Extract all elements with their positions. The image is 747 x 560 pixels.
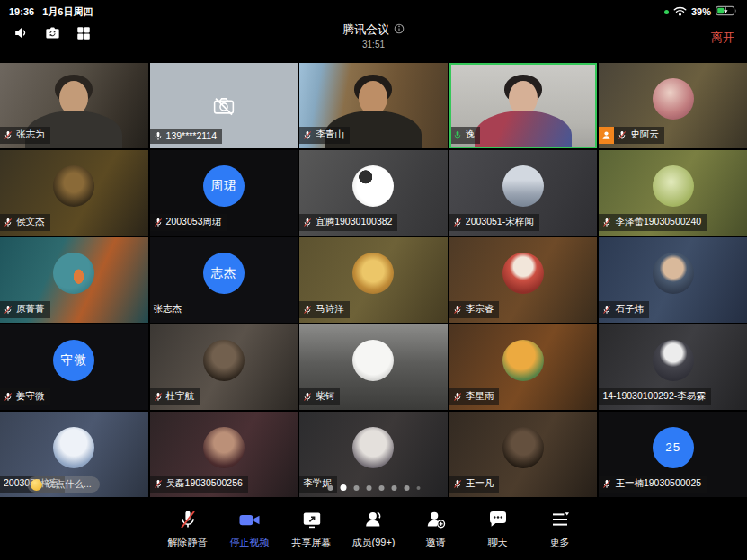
battery-percent: 39% — [691, 6, 711, 17]
smiley-emoji-icon — [31, 479, 42, 491]
chat-quick-bubble-text: 说点什么... — [46, 478, 92, 491]
participant-name-tag-body: 2003053周珺 — [150, 214, 227, 231]
avatar — [53, 427, 94, 468]
participant-tile[interactable]: 石子炜 — [599, 237, 747, 323]
participant-name: 张志为 — [16, 129, 45, 141]
mic-status-icon — [154, 479, 163, 489]
meeting-app-window: 19:36 1月6日周四 39% — [0, 0, 747, 560]
participant-name: 李泽蕾19030500240 — [615, 216, 701, 228]
leave-meeting-button[interactable]: 离开 — [711, 30, 734, 46]
members-button[interactable]: 成员(99+) — [352, 508, 396, 560]
mic-status-icon — [453, 130, 462, 140]
tool-label: 聊天 — [488, 536, 508, 549]
participant-tile[interactable]: 李宗睿 — [449, 237, 598, 323]
members-icon — [363, 508, 385, 531]
participant-tile[interactable]: 杜宇航 — [150, 324, 298, 410]
mic-status-icon — [602, 218, 611, 227]
avatar — [352, 165, 394, 207]
participant-tile[interactable]: 志杰张志杰 — [150, 237, 298, 323]
share-screen-icon — [301, 508, 323, 531]
speaker-button[interactable] — [13, 24, 30, 41]
participant-name-tag-body: 王一楠19030500025 — [599, 476, 707, 493]
participant-name-tag-body: 139****2114 — [150, 129, 222, 144]
meeting-timer: 31:51 — [0, 40, 747, 49]
participant-tile[interactable]: 李星雨 — [449, 324, 598, 410]
participant-name-tag-body: 李青山 — [299, 127, 350, 144]
participant-tile[interactable]: 史阿云 — [599, 63, 747, 148]
participant-tile[interactable]: 2003051-宋梓闻 — [449, 150, 598, 236]
mic-status-icon — [618, 130, 627, 140]
page-dot[interactable] — [327, 485, 333, 491]
avatar — [653, 165, 694, 207]
share-screen-button[interactable]: 共享屏幕 — [290, 508, 333, 560]
participant-tile[interactable]: 吴磊19030500256 — [150, 412, 298, 497]
participant-tile[interactable]: 守微姜守微 — [0, 324, 148, 410]
avatar — [53, 253, 94, 294]
participant-name: 吴磊19030500256 — [166, 477, 243, 490]
page-dot[interactable] — [366, 485, 371, 491]
participant-tile[interactable]: 2003053梓宣说点什么... — [0, 412, 148, 497]
participant-tile[interactable]: 139****2114 — [150, 63, 298, 148]
chat-quick-bubble[interactable]: 说点什么... — [27, 476, 100, 493]
layout-grid-button[interactable] — [76, 25, 92, 41]
participant-name-tag-body: 侯文杰 — [0, 214, 50, 231]
participant-name-tag: 2003053周珺 — [150, 214, 227, 231]
participant-name: 柴钶 — [316, 390, 334, 403]
page-dot[interactable] — [404, 485, 409, 491]
avatar: 志杰 — [203, 253, 245, 294]
participant-name: 宜腾19030100382 — [316, 216, 392, 228]
avatar — [502, 253, 544, 294]
participant-tile[interactable]: 逸 — [449, 63, 598, 148]
mic-status-icon — [303, 130, 312, 140]
participant-tile[interactable]: 25王一楠19030500025 — [599, 412, 747, 497]
participant-name-tag-body: 柴钶 — [299, 388, 340, 405]
page-dot[interactable] — [416, 486, 420, 490]
mic-status-icon — [4, 218, 13, 227]
camera-off-icon — [211, 93, 236, 118]
mic-status-icon — [154, 392, 163, 402]
page-indicator[interactable] — [327, 484, 420, 491]
participant-name-tag: 吴磊19030500256 — [150, 476, 248, 493]
participant-tile[interactable]: 周珺2003053周珺 — [150, 150, 298, 236]
invite-icon — [425, 508, 447, 531]
page-dot[interactable] — [378, 485, 384, 491]
tool-label: 更多 — [550, 536, 570, 549]
camera-flip-button[interactable] — [44, 24, 61, 41]
participant-tile[interactable]: 柴钶 — [299, 324, 448, 410]
tool-label: 邀请 — [426, 536, 446, 549]
participant-name: 史阿云 — [630, 129, 659, 141]
participant-tile[interactable]: 宜腾19030100382 — [299, 150, 448, 236]
unmute-button[interactable]: 解除静音 — [166, 508, 209, 560]
participant-name-tag-body: 王一凡 — [449, 476, 500, 493]
participant-name: 侯文杰 — [16, 216, 45, 228]
participant-name-tag: 原菁菁 — [0, 301, 50, 318]
page-dot[interactable] — [340, 484, 346, 491]
participant-tile[interactable]: 原菁菁 — [0, 237, 148, 323]
participant-tile[interactable]: 李青山 — [299, 63, 448, 148]
participant-tile[interactable]: 张志为 — [0, 63, 148, 148]
avatar — [653, 78, 694, 120]
more-button[interactable]: 更多 — [538, 508, 582, 560]
chat-icon — [487, 508, 509, 531]
participant-name: 2003051-宋梓闻 — [466, 216, 534, 228]
participant-name-tag-body: 石子炜 — [599, 301, 649, 318]
participant-name-tag: 张志为 — [0, 127, 50, 144]
chat-button[interactable]: 聊天 — [476, 508, 520, 560]
page-dot[interactable] — [353, 485, 359, 491]
participant-name: 张志杰 — [154, 303, 182, 316]
stop-video-button[interactable]: 停止视频 — [228, 508, 271, 560]
participant-tile[interactable]: 李泽蕾19030500240 — [599, 150, 747, 236]
participant-name: 马诗洋 — [316, 303, 344, 316]
participant-name-tag-body: 原菁菁 — [0, 301, 50, 318]
participant-tile[interactable]: 王一凡 — [449, 412, 598, 497]
participant-grid: 张志为139****2114李青山逸史阿云侯文杰周珺2003053周珺宜腾190… — [0, 63, 747, 497]
status-bar: 19:36 1月6日周四 39% — [0, 0, 747, 21]
mic-status-icon — [602, 305, 611, 315]
clock-time: 19:36 — [9, 6, 34, 17]
participant-tile[interactable]: 侯文杰 — [0, 150, 148, 236]
participant-name-tag: 姜守微 — [0, 388, 50, 405]
participant-tile[interactable]: 马诗洋 — [299, 237, 448, 323]
invite-button[interactable]: 邀请 — [414, 508, 458, 560]
page-dot[interactable] — [391, 485, 396, 491]
participant-tile[interactable]: 14-19030100292-李易霖 — [599, 324, 747, 410]
